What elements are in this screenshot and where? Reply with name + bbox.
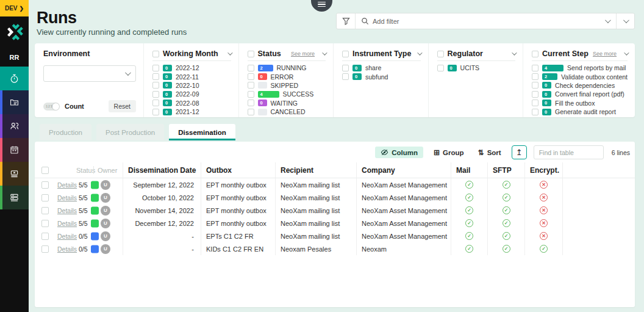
section-checkbox[interactable] [342,51,349,57]
export-button[interactable]: ↥ [512,145,527,159]
details-link[interactable]: Details [57,194,77,201]
option-checkbox[interactable] [248,91,254,98]
sidebar-item-runs[interactable] [0,67,29,90]
details-link[interactable]: Details [57,220,77,227]
row-checkbox[interactable] [41,181,49,189]
environment-select[interactable] [43,65,136,82]
row-spacer [563,217,635,230]
chevron-down-icon[interactable] [417,50,422,55]
section-checkbox[interactable] [248,51,254,57]
filter-funnel-button[interactable] [337,13,356,29]
option-checkbox[interactable] [152,91,159,98]
option-checkbox[interactable] [532,65,538,71]
row-checkbox[interactable] [41,220,49,227]
details-link[interactable]: Details [57,207,77,214]
dissemination-date-cell: - [123,230,201,242]
outbox-cell: KIDs C1 C2 FR EN [201,242,276,255]
see-more-link[interactable]: See more [593,51,617,57]
count-badge [258,82,267,89]
column-button[interactable]: Column [375,147,423,158]
section-checkbox[interactable] [437,51,444,57]
column-header-recipient[interactable]: Recipient [276,162,357,178]
results-table-card: Column ⊞ Group ⇅ Sort ↥ 6 lines Status O… [35,142,635,307]
app-logo[interactable] [0,16,29,48]
sidebar-item-servers[interactable] [0,186,29,209]
reset-button[interactable]: Reset [109,100,136,112]
option-checkbox[interactable] [248,82,254,89]
sidebar-item-calendar[interactable] [0,138,29,162]
filter-dropdown-chevron[interactable] [598,13,616,29]
column-header-company[interactable]: Company [357,162,451,178]
table-row[interactable]: Details 5/5 U December 12, 2022 EPT mont… [35,217,635,230]
table-row[interactable]: Details 0/5 U - EPTs C1 C2 FR NeoXam mai… [35,230,635,242]
column-header-dissemination-date[interactable]: Dissemination Date [123,162,201,178]
add-filter-input[interactable] [373,18,598,25]
select-all-checkbox[interactable] [41,167,49,174]
progress-label: 5/5 [79,181,88,189]
find-in-table-input[interactable] [534,145,604,159]
filter-expand-chevron[interactable] [616,13,634,29]
column-header-encrypt[interactable]: Encrypt. [525,162,563,178]
row-checkbox[interactable] [41,194,49,201]
global-filter-bar [336,13,635,29]
option-checkbox[interactable] [532,73,538,80]
option-checkbox[interactable] [152,82,159,89]
chevron-down-icon[interactable] [624,50,629,55]
count-badge: 0 [258,100,267,106]
chevron-down-icon[interactable] [512,50,517,55]
sidebar-item-reports[interactable] [0,162,29,186]
details-link[interactable]: Details [57,233,77,240]
stripe [0,90,2,114]
tab[interactable]: Post Production [96,124,164,140]
section-checkbox[interactable] [152,51,159,57]
chevron-down-icon[interactable] [227,50,232,55]
row-checkbox[interactable] [41,245,49,253]
option-checkbox[interactable] [532,82,538,89]
sidebar-item-users[interactable] [0,114,29,138]
section-checkbox[interactable] [532,51,538,57]
option-checkbox[interactable] [248,109,254,115]
option-checkbox[interactable] [342,73,349,80]
option-checkbox[interactable] [152,109,159,115]
company-cell: NeoXam Asset Management [357,230,451,242]
option-checkbox[interactable] [152,100,159,106]
status-square [91,232,99,240]
row-select-cell: Details 0/5 U [35,230,123,242]
row-checkbox[interactable] [41,233,49,240]
option-label: 2022-11 [176,73,199,81]
row-checkbox[interactable] [41,207,49,214]
details-link[interactable]: Details [57,245,77,253]
upload-icon: ↥ [516,148,523,156]
filter-option: 0 subfund [342,73,421,81]
column-header-outbox[interactable]: Outbox [201,162,276,178]
table-row[interactable]: Details 5/5 U September 12, 2022 EPT mon… [35,178,635,191]
option-checkbox[interactable] [532,109,538,115]
option-checkbox[interactable] [437,65,444,71]
tab[interactable]: Dissemination [169,124,235,140]
details-link[interactable]: Details [57,181,77,189]
menu-fab-button[interactable] [311,0,332,12]
option-checkbox[interactable] [342,65,349,71]
option-checkbox[interactable] [248,100,254,106]
chevron-down-icon[interactable] [322,50,327,55]
see-more-link[interactable]: See more [291,51,315,57]
option-checkbox[interactable] [532,91,538,98]
group-button[interactable]: ⊞ Group [430,147,468,158]
count-toggle[interactable]: 123 [43,103,60,111]
encrypt-status-cell [525,191,563,204]
option-checkbox[interactable] [152,65,159,71]
table-row[interactable]: Details 5/5 U October 10, 2022 EPT month… [35,191,635,204]
option-checkbox[interactable] [532,100,538,106]
table-row[interactable]: Details 0/5 U - KIDs C1 C2 FR EN Neoxam … [35,242,635,255]
column-header-sftp[interactable]: SFTP [488,162,525,178]
environment-badge[interactable]: DEV ❯ [0,0,29,16]
count-badge: 0 [352,73,362,80]
sidebar-item-documents[interactable] [0,90,29,114]
tab[interactable]: Production [40,124,91,140]
sort-button[interactable]: ⇅ Sort [474,147,505,158]
option-checkbox[interactable] [248,73,254,80]
table-row[interactable]: Details 5/5 U November 14, 2022 EPT mont… [35,204,635,217]
option-checkbox[interactable] [152,73,159,80]
option-checkbox[interactable] [248,65,254,71]
column-header-mail[interactable]: Mail [451,162,488,178]
